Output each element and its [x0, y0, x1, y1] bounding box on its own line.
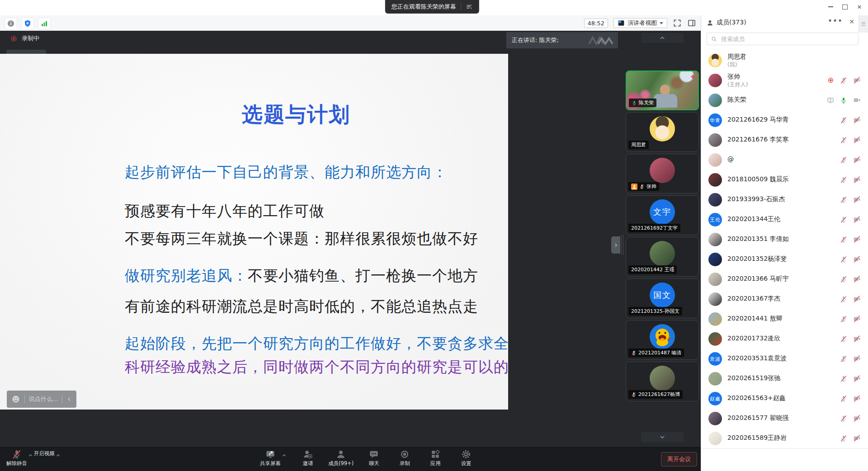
chevron-up-icon[interactable] [282, 453, 287, 458]
gear-icon [461, 449, 471, 459]
toolbar-button-chat[interactable]: 聊天 [363, 449, 384, 467]
member-row[interactable]: 2020201441 敖卿 [701, 309, 868, 329]
member-name: 2021261676 李笑寒 [727, 136, 789, 144]
member-row[interactable]: 2020261519张驰 [701, 369, 868, 389]
search-icon [711, 36, 717, 42]
chevron-up-icon[interactable] [56, 453, 61, 458]
chat-input-placeholder[interactable]: 说点什么... [29, 395, 58, 403]
mic-muted-icon [840, 276, 847, 283]
member-name: 2020261563+赵鑫 [727, 394, 786, 402]
mic-muted-icon [840, 196, 847, 203]
mic-muted-icon [840, 375, 847, 382]
network-signal-icon[interactable] [38, 18, 51, 29]
video-tile[interactable]: 张帅 [626, 154, 699, 193]
member-row[interactable]: 2018100509 魏晨乐 [701, 170, 868, 190]
toolbar-left-group: 解除静音 开启视频 [6, 449, 61, 467]
member-row[interactable]: @ [701, 150, 868, 170]
member-row[interactable]: 201933993-石振杰 [701, 190, 868, 210]
restore-button[interactable] [839, 1, 851, 12]
toolbar-button-invite[interactable]: 邀请 [297, 449, 318, 467]
toolbar-button-cam-off[interactable]: 开启视频 [34, 449, 55, 457]
member-name: 2020201351 李倩如 [727, 235, 789, 243]
member-row[interactable]: 张帅(主持人) [701, 71, 868, 90]
member-row[interactable]: 王伦2020201344王伦 [701, 210, 868, 230]
video-tile[interactable]: 文宇2021261692丁文宇 [626, 195, 699, 235]
toolbar-button-apps[interactable]: 应用 [425, 449, 446, 467]
mic-muted-icon [840, 137, 847, 144]
chevron-left-icon[interactable] [66, 396, 72, 402]
member-row[interactable]: 陈关荣 [701, 90, 868, 110]
member-row[interactable]: 2020261589王静岩 [701, 429, 868, 448]
member-row[interactable]: 周思君(我) [701, 51, 868, 71]
video-tile[interactable]: ❖陈关荣 [626, 71, 699, 110]
slide-text-segment: 科研经验成熟之后，同时做两个不同方向的研究是可以的 [125, 358, 509, 376]
more-options-icon[interactable]: ••• [828, 16, 843, 25]
close-button[interactable]: ✕ [854, 1, 865, 12]
shared-screen-slide: 选题与计划 起步前评估一下自己的背景、能力和所选方向：预感要有十年八年的工作可做… [0, 54, 508, 410]
member-search-box[interactable] [707, 33, 859, 45]
member-name: 2020201441 敖卿 [727, 315, 783, 323]
banner-menu-icon[interactable] [466, 3, 473, 10]
panel-drag-handle[interactable]: ☰ [859, 15, 868, 33]
toolbar-button-gear[interactable]: 设置 [456, 449, 476, 467]
video-tile[interactable]: 2021261627杨博 [626, 362, 699, 401]
video-tile[interactable]: 国文2021201325-孙国文 [626, 278, 699, 318]
thumbnails-scroll-down[interactable] [641, 432, 684, 442]
member-row[interactable]: 2020201366 马昕宇 [701, 269, 868, 289]
screen-watch-banner-text: 您正在观看陈关荣的屏幕 [392, 3, 456, 11]
cam-off-icon [853, 116, 861, 124]
member-row[interactable]: 意波2020203531袁意波 [701, 349, 868, 369]
video-tile[interactable]: 2021201487 喻清 [626, 320, 699, 360]
toolbar-button-share-screen[interactable]: 共享屏幕 [260, 449, 281, 467]
meeting-window: 您正在观看陈关荣的屏幕 ✕ 48:52 演讲者视图 [0, 0, 868, 471]
member-name: 陈关荣 [727, 96, 746, 104]
view-mode-button[interactable]: 演讲者视图 [613, 18, 667, 28]
avatar: 国文 [650, 283, 675, 308]
avatar [650, 241, 675, 266]
meeting-toolbar-top: 48:52 演讲者视图 [0, 15, 701, 31]
security-shield-icon[interactable] [21, 18, 34, 29]
toolbar-button-record[interactable]: 录制 [394, 449, 415, 467]
member-name: 2020261577 翟晓强 [727, 414, 789, 422]
member-row[interactable]: 2021261676 李笑寒 [701, 130, 868, 150]
avatar [708, 412, 722, 425]
sidebar-toggle-icon[interactable] [687, 19, 696, 28]
avatar: 华青 [708, 113, 722, 127]
thumbnails-collapse-handle[interactable] [611, 236, 620, 254]
fullscreen-icon[interactable] [673, 19, 682, 28]
member-row[interactable]: 2020261577 翟晓强 [701, 409, 868, 429]
meeting-info-icon[interactable] [5, 18, 17, 29]
leave-meeting-button[interactable]: 离开会议 [661, 452, 697, 466]
toolbar-button-members[interactable]: 成员(99+) [328, 449, 354, 467]
avatar [708, 432, 722, 445]
member-search-input[interactable] [720, 35, 854, 43]
avatar [708, 312, 722, 326]
record-icon [400, 449, 410, 459]
member-name: 2020261519张驰 [727, 374, 780, 382]
member-row[interactable]: 2020201352杨泽斐 [701, 250, 868, 269]
video-tile[interactable]: 2020201442 王瑶 [626, 237, 699, 277]
minimize-button[interactable] [825, 1, 836, 12]
share-screen-icon [265, 449, 275, 459]
member-row[interactable]: 华青2021261629 马华青 [701, 110, 868, 130]
member-row[interactable]: 2020201367李杰 [701, 289, 868, 309]
chevron-up-icon[interactable] [28, 453, 33, 458]
member-row[interactable]: 2020201351 李倩如 [701, 230, 868, 250]
invite-icon [303, 449, 313, 459]
mic-muted-icon [840, 296, 847, 303]
avatar [708, 332, 722, 346]
quick-chat-bar[interactable]: 说点什么... [7, 391, 76, 408]
member-row[interactable]: 2020201732逄欣 [701, 329, 868, 349]
panel-close-icon[interactable]: ✕ [849, 18, 854, 25]
thumbnails-scroll-up[interactable] [641, 33, 684, 43]
screen-watch-banner[interactable]: 您正在观看陈关荣的屏幕 [385, 0, 479, 14]
slide-text-segment: 预感要有十年八年的工作可做 [125, 202, 325, 220]
video-tile[interactable]: 周思君 [626, 112, 699, 152]
mic-muted-icon [840, 117, 847, 124]
mic-muted-icon [840, 176, 847, 184]
smiley-icon[interactable] [11, 395, 20, 404]
toolbar-button-mic-muted[interactable]: 解除静音 [6, 449, 27, 467]
member-row[interactable]: 赵鑫2020261563+赵鑫 [701, 389, 868, 409]
member-name: 201933993-石振杰 [727, 195, 785, 203]
member-name: 2020201352杨泽斐 [727, 255, 787, 263]
